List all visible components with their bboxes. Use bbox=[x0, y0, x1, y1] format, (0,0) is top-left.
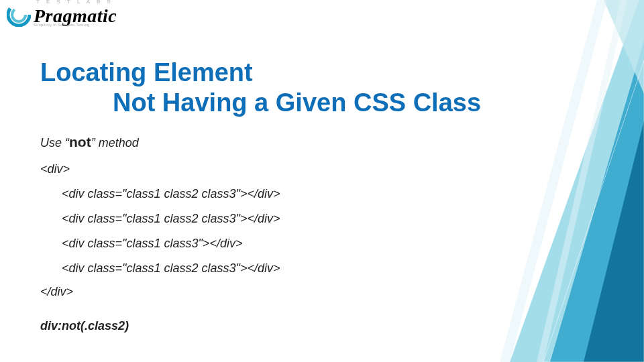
slide-title: Locating Element Not Having a Given CSS … bbox=[40, 58, 481, 118]
logo-text: T E S T L A B S Pragmatic Simplicity in … bbox=[34, 3, 117, 27]
svg-marker-4 bbox=[500, 0, 607, 362]
use-prefix: Use “ bbox=[40, 136, 69, 149]
code-close-tag: </div> bbox=[40, 285, 280, 299]
code-block: <div> <div class="class1 class2 class3">… bbox=[40, 162, 280, 299]
logo-labs-label: T E S T L A B S bbox=[36, 0, 117, 5]
slide-body: Use “not” method <div> <div class="class… bbox=[40, 134, 280, 333]
svg-marker-3 bbox=[604, 0, 644, 94]
use-suffix: ” method bbox=[91, 136, 139, 149]
code-open-tag: <div> bbox=[40, 162, 280, 176]
background-decoration bbox=[470, 0, 644, 362]
svg-marker-2 bbox=[584, 121, 644, 362]
svg-marker-1 bbox=[550, 40, 644, 362]
svg-marker-5 bbox=[537, 0, 627, 362]
code-line: <div class="class1 class3"></div> bbox=[62, 231, 280, 256]
svg-marker-6 bbox=[543, 60, 644, 362]
slide: T E S T L A B S Pragmatic Simplicity in … bbox=[0, 0, 644, 362]
logo-icon bbox=[7, 3, 31, 27]
use-method-line: Use “not” method bbox=[40, 134, 280, 150]
code-line: <div class="class1 class2 class3"></div> bbox=[62, 182, 280, 206]
title-line-1: Locating Element bbox=[40, 58, 481, 88]
code-line: <div class="class1 class2 class3"></div> bbox=[62, 206, 280, 231]
css-selector: div:not(.class2) bbox=[40, 319, 280, 333]
code-inner: <div class="class1 class2 class3"></div>… bbox=[62, 182, 280, 281]
svg-marker-0 bbox=[510, 0, 644, 362]
logo: T E S T L A B S Pragmatic Simplicity in … bbox=[7, 3, 117, 27]
use-keyword: not bbox=[69, 134, 91, 149]
code-line: <div class="class1 class2 class3"></div> bbox=[62, 256, 280, 281]
svg-point-8 bbox=[12, 8, 25, 21]
title-line-2: Not Having a Given CSS Class bbox=[40, 88, 481, 118]
logo-name: Pragmatic bbox=[34, 9, 117, 23]
